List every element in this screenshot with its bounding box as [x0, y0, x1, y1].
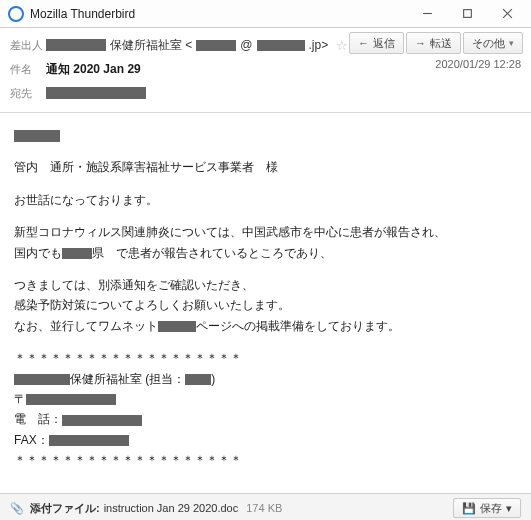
reply-button[interactable]: ←返信: [349, 32, 404, 54]
save-icon: 💾: [462, 502, 476, 515]
from-value: 保健所福祉室 <@.jp> ☆: [46, 37, 348, 54]
forward-icon: →: [415, 37, 426, 49]
minimize-button[interactable]: [407, 1, 447, 27]
subject-value: 通知 2020 Jan 29: [46, 61, 141, 78]
chevron-down-icon: ▾: [509, 38, 514, 48]
forward-button[interactable]: →転送: [406, 32, 461, 54]
other-button[interactable]: その他▾: [463, 32, 523, 54]
save-button[interactable]: 💾 保存 ▾: [453, 498, 521, 518]
app-icon: [8, 6, 24, 22]
reply-icon: ←: [358, 37, 369, 49]
star-icon[interactable]: ☆: [336, 38, 348, 53]
to-label: 宛先: [10, 86, 46, 101]
message-body: 管内 通所・施設系障害福祉サービス事業者 様 お世話になっております。 新型コロ…: [0, 113, 531, 493]
subject-label: 件名: [10, 62, 46, 77]
window-title: Mozilla Thunderbird: [30, 7, 407, 21]
chevron-down-icon: ▾: [506, 502, 512, 515]
attachment-header-size: 174 KB: [246, 502, 282, 514]
close-button[interactable]: [487, 1, 527, 27]
from-label: 差出人: [10, 38, 46, 53]
svg-rect-1: [463, 10, 471, 18]
attachment-header-file: instruction Jan 29 2020.doc: [104, 502, 239, 514]
message-datetime: 2020/01/29 12:28: [435, 58, 521, 70]
to-value: [46, 87, 146, 99]
attachment-header-label: 添付ファイル:: [30, 501, 100, 516]
maximize-button[interactable]: [447, 1, 487, 27]
attachment-icon: 📎: [10, 502, 24, 515]
